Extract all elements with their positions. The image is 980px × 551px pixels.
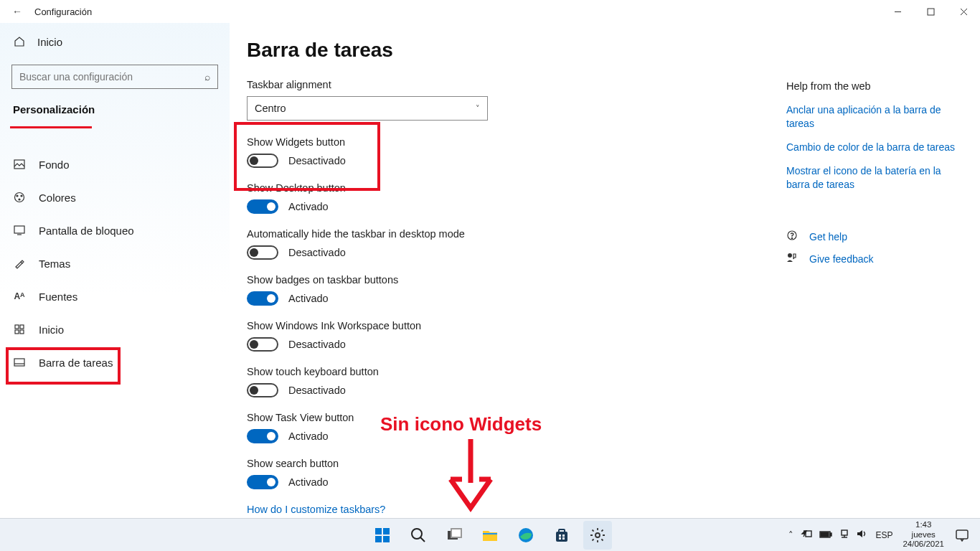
sidebar-item-temas[interactable]: Temas <box>7 248 222 279</box>
alignment-dropdown[interactable]: Centro ˅ <box>247 96 488 121</box>
svg-rect-33 <box>556 532 567 542</box>
svg-rect-35 <box>559 534 561 537</box>
tray-power-icon[interactable] <box>801 529 812 540</box>
get-help-label: Get help <box>809 231 847 242</box>
tray-volume-icon[interactable] <box>857 529 868 541</box>
svg-rect-44 <box>842 530 847 535</box>
sidebar-item-pantalla-bloqueo[interactable]: Pantalla de bloqueo <box>7 215 222 246</box>
taskbar-edge-button[interactable] <box>512 521 540 550</box>
sidebar-item-barra-tareas[interactable]: Barra de tareas <box>7 347 222 378</box>
chevron-down-icon: ˅ <box>476 104 480 113</box>
svg-rect-26 <box>383 536 390 542</box>
svg-rect-13 <box>15 330 19 334</box>
svg-point-19 <box>788 253 792 258</box>
svg-rect-9 <box>14 226 24 233</box>
sidebar-item-label: Temas <box>39 258 70 270</box>
nav-home[interactable]: Inicio <box>7 26 222 57</box>
toggle-widgets[interactable] <box>247 154 278 168</box>
toggle-ink[interactable] <box>247 337 278 352</box>
setting-label: Show Windows Ink Workspace button <box>247 320 966 331</box>
sidebar-item-fondo[interactable]: Fondo <box>7 149 222 180</box>
help-link-pin[interactable]: Anclar una aplicación a la barra de tare… <box>786 103 966 131</box>
help-link-color[interactable]: Cambio de color de la barra de tareas <box>786 141 966 154</box>
svg-point-7 <box>21 195 22 197</box>
tray-chevron-up-icon[interactable]: ˄ <box>788 529 793 540</box>
svg-rect-12 <box>20 325 24 329</box>
svg-point-8 <box>19 199 20 200</box>
svg-rect-40 <box>806 531 811 537</box>
sidebar-item-colores[interactable]: Colores <box>7 182 222 213</box>
svg-rect-4 <box>14 160 24 169</box>
back-button[interactable]: ← <box>0 6 34 17</box>
sidebar-item-inicio[interactable]: Inicio <box>7 314 222 345</box>
alignment-value: Centro <box>255 103 286 114</box>
toggle-autohide[interactable] <box>247 245 278 260</box>
svg-rect-30 <box>451 529 461 537</box>
setting-label: Show badges on taskbar buttons <box>247 274 966 286</box>
tray-date: 24/06/2021 <box>903 540 944 550</box>
fonts-icon: AA <box>13 291 26 301</box>
toggle-state: Activado <box>288 293 329 304</box>
toggle-state: Desactivado <box>288 247 346 258</box>
svg-point-18 <box>791 238 792 239</box>
svg-rect-37 <box>559 537 561 540</box>
taskbar-icon <box>13 358 26 367</box>
taskbar-search-button[interactable] <box>404 521 433 550</box>
svg-rect-34 <box>559 529 565 532</box>
start-button[interactable] <box>368 521 397 550</box>
search-icon: ⌕ <box>204 71 210 83</box>
toggle-badges[interactable] <box>247 291 278 306</box>
taskbar-taskview-button[interactable] <box>440 521 468 550</box>
tray-language[interactable]: ESP <box>875 530 892 540</box>
window-title: Configuración <box>34 6 92 17</box>
help-icon <box>786 230 799 243</box>
toggle-state: Desactivado <box>288 385 346 396</box>
toggle-state: Desactivado <box>288 339 346 350</box>
sidebar-item-label: Barra de tareas <box>39 357 113 369</box>
tray-time: 1:43 <box>903 520 944 530</box>
sidebar-item-label: Colores <box>39 192 76 204</box>
svg-line-28 <box>420 537 425 542</box>
home-icon <box>13 36 26 47</box>
taskbar-store-button[interactable] <box>547 521 576 550</box>
sidebar-item-fuentes[interactable]: AA Fuentes <box>7 281 222 312</box>
svg-rect-1 <box>928 9 934 15</box>
toggle-state: Activado <box>288 430 329 442</box>
search-input-box[interactable]: ⌕ <box>11 65 218 89</box>
svg-rect-14 <box>20 330 24 334</box>
feedback-label: Give feedback <box>809 253 874 265</box>
picture-icon <box>13 159 26 169</box>
toggle-desktop[interactable] <box>247 199 278 214</box>
tray-notifications-button[interactable] <box>950 523 974 547</box>
start-icon <box>13 324 26 334</box>
svg-rect-43 <box>821 532 829 537</box>
search-input[interactable] <box>19 71 204 83</box>
close-button[interactable] <box>947 0 980 23</box>
get-help-link[interactable]: Get help <box>786 230 966 243</box>
minimize-button[interactable] <box>881 0 914 23</box>
svg-rect-38 <box>562 537 565 540</box>
svg-rect-24 <box>383 528 390 534</box>
svg-rect-23 <box>375 528 382 534</box>
taskbar-settings-button[interactable] <box>583 521 612 550</box>
setting-label: Show Task View button <box>247 412 966 423</box>
toggle-state: Desactivado <box>288 155 346 166</box>
toggle-state: Activado <box>288 476 329 488</box>
toggle-taskview[interactable] <box>247 429 278 443</box>
tray-battery-icon[interactable] <box>819 529 832 540</box>
tray-clock[interactable]: 1:43 jueves 24/06/2021 <box>903 520 944 550</box>
toggle-search[interactable] <box>247 475 278 489</box>
svg-rect-31 <box>483 533 497 534</box>
svg-rect-25 <box>375 536 382 542</box>
give-feedback-link[interactable]: Give feedback <box>786 252 966 265</box>
maximize-button[interactable] <box>914 0 947 23</box>
toggle-touch-keyboard[interactable] <box>247 383 278 397</box>
customize-taskbar-link[interactable]: How do I customize taskbars? <box>247 504 966 515</box>
setting-label: Show search button <box>247 458 966 469</box>
help-link-battery[interactable]: Mostrar el icono de la batería en la bar… <box>786 164 966 192</box>
help-title: Help from the web <box>786 80 966 92</box>
taskbar-explorer-button[interactable] <box>476 521 504 550</box>
tray-network-icon[interactable] <box>839 529 849 541</box>
svg-point-27 <box>412 529 422 539</box>
palette-icon <box>13 192 26 203</box>
